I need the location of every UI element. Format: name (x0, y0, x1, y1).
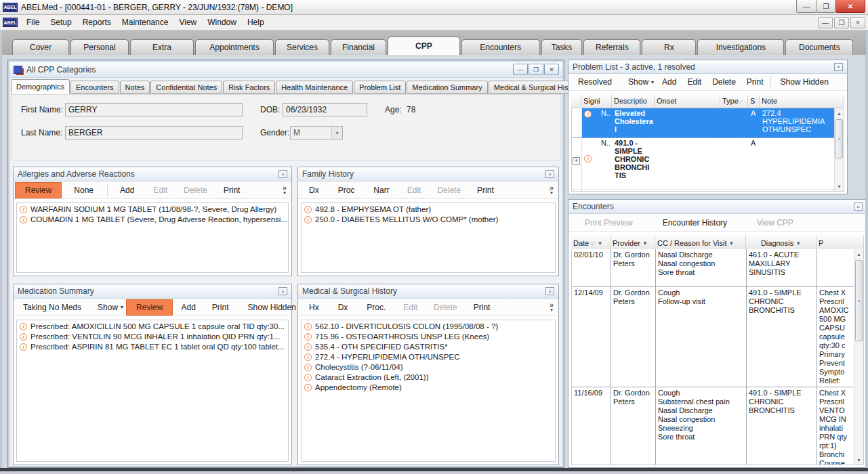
encounter-history-button[interactable]: Encounter History (648, 215, 742, 230)
tab-rx[interactable]: Rx (642, 39, 696, 55)
list-item[interactable]: i COUMADIN 1 MG TABLET (Severe, Drug Adv… (18, 215, 287, 225)
problems-add-button[interactable]: Add (657, 74, 682, 89)
medsurg-print-button[interactable]: Print (466, 300, 499, 315)
mdi-app-icon[interactable]: ABEL (3, 18, 18, 27)
encounter-row[interactable]: 11/16/09 Dr. Gordon Peters Cough Subster… (572, 387, 863, 465)
family-history-close-icon[interactable]: × (545, 170, 554, 178)
medsurg-dx-button[interactable]: Dx (329, 300, 358, 315)
col-cc-reason[interactable]: CC / Reason for Visit▼ (655, 235, 746, 249)
problem-list-close-icon[interactable]: × (834, 63, 843, 71)
menu-maintenance[interactable]: Maintenance (117, 16, 174, 29)
scroll-down-icon[interactable]: ▼ (835, 181, 844, 191)
menu-setup[interactable]: Setup (45, 16, 77, 29)
tab-cpp[interactable]: CPP (388, 37, 460, 55)
list-item[interactable]: i Prescribed: ASPIRIN 81 MG TABLET EC 1 … (18, 342, 287, 352)
list-item[interactable]: i272.4 - HYPERLIPIDEMIA OTH/UNSPEC (303, 352, 554, 362)
family-proc-button[interactable]: Proc (329, 183, 365, 198)
cpp-tab-risk-factors[interactable]: Risk Factors (223, 81, 275, 94)
tab-investigations[interactable]: Investigations (697, 39, 784, 55)
family-narr-button[interactable]: Narr (364, 183, 398, 198)
problems-delete-button[interactable]: Delete (707, 74, 741, 89)
close-button[interactable]: ✕ (835, 0, 865, 13)
col-onset[interactable]: Onset (655, 95, 720, 108)
encounter-row[interactable]: 02/01/10 Dr. Gordon Peters Nasal Dischar… (572, 249, 863, 287)
col-date[interactable]: Date▽▼ (571, 235, 611, 249)
cpp-close-button[interactable]: ✕ (544, 64, 559, 75)
problem-list-scrollbar[interactable]: ▲ ≡ ▼ (834, 108, 844, 191)
tab-personal[interactable]: Personal (70, 39, 129, 55)
first-name-field[interactable] (65, 103, 243, 116)
scrollbar-thumb[interactable]: ≡ (835, 119, 843, 158)
medication-summary-close-icon[interactable]: × (278, 287, 287, 295)
menu-view[interactable]: View (173, 16, 202, 29)
list-item[interactable]: iCholecystitis (?-06/11/04) (303, 362, 554, 372)
tab-documents[interactable]: Documents (785, 39, 853, 55)
mdi-minimize-button[interactable]: — (818, 17, 833, 28)
col-provider[interactable]: Provider▼ (611, 235, 655, 249)
family-dx-button[interactable]: Dx (299, 183, 329, 198)
mdi-close-button[interactable]: × (850, 17, 865, 28)
col-signi[interactable]: Signi (581, 95, 612, 108)
cpp-restore-button[interactable]: ❐ (529, 64, 543, 75)
family-edit-button[interactable]: Edit (399, 183, 430, 198)
cpp-tab-notes[interactable]: Notes (120, 81, 150, 94)
problems-resolved-button[interactable]: Resolved (570, 74, 620, 89)
tab-cover[interactable]: Cover (12, 39, 69, 55)
meds-add-button[interactable]: Add (173, 300, 203, 315)
cpp-tab-encounters[interactable]: Encounters (70, 81, 119, 94)
expand-icon[interactable]: + (573, 157, 580, 165)
tab-encounters[interactable]: Encounters (461, 39, 540, 55)
list-item[interactable]: i 250.0 - DIABETES MELLITUS W/O COMP* (m… (303, 215, 554, 225)
restore-button[interactable]: ❐ (816, 0, 836, 13)
scroll-up-icon[interactable]: ▲ (835, 108, 844, 118)
gender-select[interactable]: M ▾ (290, 126, 343, 139)
meds-show-hidden-button[interactable]: Show Hidden (240, 300, 304, 315)
tab-financial[interactable]: Financial (331, 39, 386, 55)
cpp-tab-problem-list[interactable]: Problem List (354, 81, 406, 94)
cpp-window-titlebar[interactable]: All CPP Categories — ❐ ✕ (9, 62, 562, 78)
medsurg-edit-button[interactable]: Edit (395, 300, 426, 315)
view-cpp-button[interactable]: View CPP (742, 215, 808, 230)
allergies-add-button[interactable]: Add (109, 183, 145, 198)
meds-show-button[interactable]: Show (89, 300, 119, 315)
col-s[interactable]: S (748, 95, 760, 108)
problem-row[interactable]: + N..i 491.0 - SIMPLE CHRONIC BRONCHITIS… (572, 138, 844, 190)
cpp-tab-health-maintenance[interactable]: Health Maintenance (276, 81, 353, 94)
tab-services[interactable]: Services (275, 39, 329, 55)
cpp-minimize-button[interactable]: — (513, 64, 528, 75)
col-description[interactable]: Descriptio (612, 95, 655, 108)
menu-help[interactable]: Help (242, 16, 270, 29)
list-item[interactable]: i Prescribed: AMOXICILLIN 500 MG CAPSULE… (18, 322, 287, 332)
tab-tasks[interactable]: Tasks (541, 39, 583, 55)
list-item[interactable]: iCataract Extraction (Left, (2001)) (303, 372, 554, 383)
cpp-tab-medication-summary[interactable]: Medication Summary (407, 81, 487, 94)
col-p[interactable]: P (817, 235, 864, 249)
problems-show-dropdown-icon[interactable]: ▾ (651, 79, 654, 85)
minimize-button[interactable]: — (796, 0, 817, 13)
scroll-down-icon[interactable]: ▼ (854, 455, 863, 465)
allergies-print-button[interactable]: Print (215, 183, 249, 198)
col-type[interactable]: Type ⁄ (720, 95, 748, 108)
list-item[interactable]: i 492.8 - EMPHYSEMA OT (father) (303, 204, 554, 215)
dob-field[interactable] (283, 103, 367, 116)
family-overflow-icon[interactable]: »▾ (550, 185, 557, 196)
medsurg-overflow-icon[interactable]: »▾ (550, 302, 557, 313)
problem-row-selected[interactable]: N..i Elevated Cholesteral A 272.4 HYPERL… (572, 108, 844, 138)
problems-print-button[interactable]: Print (741, 74, 769, 89)
family-print-button[interactable]: Print (469, 183, 502, 198)
encounter-row[interactable]: 12/14/09 Dr. Gordon Peters Cough Follow-… (572, 287, 863, 387)
allergies-none-button[interactable]: None (62, 183, 106, 198)
menu-window[interactable]: Window (202, 16, 242, 29)
medsurg-proc-button[interactable]: Proc. (357, 300, 395, 315)
tab-appointments[interactable]: Appointments (195, 39, 274, 55)
print-preview-button[interactable]: Print Preview (570, 215, 648, 230)
gender-dropdown-icon[interactable]: ▾ (331, 127, 342, 139)
tab-extra[interactable]: Extra (130, 39, 194, 55)
menu-file[interactable]: File (21, 16, 45, 29)
scrollbar-thumb[interactable]: ≡ (855, 260, 863, 341)
list-item[interactable]: iAppendectomy (Remote) (303, 383, 554, 393)
problems-show-hidden-button[interactable]: Show Hidden (772, 74, 837, 89)
encounters-close-icon[interactable]: × (854, 202, 863, 211)
medsurg-hx-button[interactable]: Hx (299, 300, 329, 315)
col-note[interactable]: Note (760, 95, 844, 108)
